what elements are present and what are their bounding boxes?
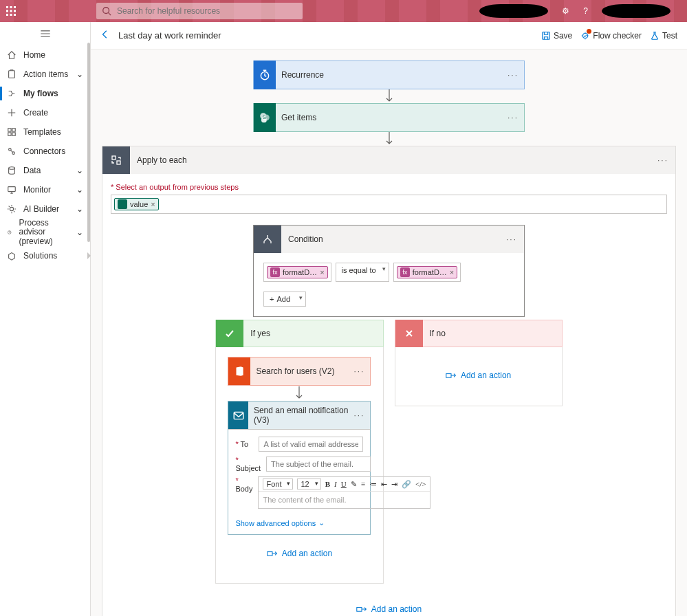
- italic-button[interactable]: I: [334, 480, 337, 488]
- condition-left-value[interactable]: fxformatD…×: [263, 263, 331, 282]
- send-email-header[interactable]: Send an email notification (V3) ···: [228, 402, 370, 429]
- step-search-users[interactable]: Search for users (V2) ···: [228, 357, 371, 386]
- flow-checker-button[interactable]: Flow checker: [580, 31, 642, 41]
- indent-button[interactable]: ⇥: [391, 480, 397, 489]
- scrollbar-thumb[interactable]: [87, 43, 90, 242]
- condition-right-value[interactable]: fxformatD…×: [393, 263, 461, 282]
- svg-rect-32: [446, 374, 451, 378]
- add-condition-button[interactable]: Add: [263, 292, 306, 307]
- step-menu-button[interactable]: ···: [353, 410, 364, 420]
- branch-no-header[interactable]: If no: [395, 320, 563, 347]
- svg-rect-12: [12, 129, 15, 131]
- step-menu-button[interactable]: ···: [506, 234, 517, 244]
- nav-label: My flows: [23, 89, 58, 98]
- save-button[interactable]: Save: [541, 31, 572, 41]
- svg-rect-1: [10, 6, 12, 8]
- add-action-button[interactable]: Add an action: [356, 604, 422, 614]
- svg-rect-29: [117, 161, 120, 164]
- font-size-select[interactable]: 12: [297, 478, 320, 490]
- nav-label: Solutions: [23, 251, 57, 261]
- search-input[interactable]: [117, 6, 297, 16]
- nav-ai-builder[interactable]: AI Builder⌄: [0, 199, 90, 219]
- sharepoint-icon: [118, 199, 127, 209]
- apply-to-each-header[interactable]: Apply to each ···: [102, 146, 675, 174]
- branch-label: If no: [423, 329, 446, 338]
- sharepoint-icon: S: [254, 103, 276, 132]
- redacted-region: [602, 4, 670, 18]
- nav-my-flows[interactable]: My flows: [0, 84, 90, 103]
- nav-templates[interactable]: Templates: [0, 122, 90, 142]
- app-launcher-icon[interactable]: [0, 0, 22, 22]
- step-get-items[interactable]: S Get items ···: [253, 103, 525, 132]
- branch-yes-header[interactable]: If yes: [215, 320, 383, 347]
- branch-icon: [254, 226, 281, 253]
- nav-label: Action items: [23, 69, 68, 79]
- email-body-input[interactable]: The content of the email.: [259, 492, 430, 508]
- code-view-button[interactable]: </>: [415, 480, 426, 488]
- back-button[interactable]: [100, 30, 110, 41]
- add-action-button[interactable]: Add an action: [267, 549, 332, 558]
- show-advanced-options[interactable]: Show advanced options ⌄: [235, 518, 363, 527]
- email-to-input[interactable]: [259, 437, 363, 452]
- collapse-sidebar-button[interactable]: [0, 22, 90, 45]
- nav-monitor[interactable]: Monitor⌄: [0, 180, 90, 199]
- alert-dot-icon: [587, 29, 591, 34]
- remove-token-button[interactable]: ×: [151, 200, 155, 208]
- number-list-button[interactable]: ≔: [369, 480, 377, 489]
- bullet-list-button[interactable]: ≡: [361, 480, 365, 488]
- page-title: Last day at work reminder: [118, 30, 221, 41]
- step-menu-button[interactable]: ···: [657, 155, 668, 165]
- condition-header[interactable]: Condition ···: [254, 226, 524, 253]
- condition-operator-select[interactable]: is equal to: [336, 263, 389, 282]
- color-button[interactable]: ✎: [351, 480, 357, 489]
- redacted-region: [479, 4, 548, 18]
- svg-rect-31: [268, 552, 272, 556]
- expression-token[interactable]: fxformatD…×: [397, 266, 458, 278]
- settings-icon[interactable]: ⚙: [562, 6, 569, 16]
- expression-token[interactable]: fxformatD…×: [267, 266, 328, 278]
- test-button[interactable]: Test: [650, 31, 677, 41]
- nav-create[interactable]: Create: [0, 103, 90, 122]
- link-button[interactable]: 🔗: [402, 480, 411, 489]
- chevron-down-icon: ⌄: [318, 518, 325, 527]
- field-label: To: [241, 440, 249, 448]
- remove-token-button[interactable]: ×: [450, 268, 454, 276]
- nav-label: Templates: [23, 127, 61, 137]
- nav-home[interactable]: Home: [0, 45, 90, 65]
- svg-point-22: [583, 33, 588, 38]
- help-icon[interactable]: ?: [583, 6, 588, 16]
- branch-label: If yes: [243, 329, 270, 338]
- email-body-editor: Font 12 B I U ✎ ≡: [258, 476, 430, 509]
- svg-rect-18: [8, 187, 16, 192]
- svg-rect-14: [12, 133, 15, 135]
- nav-connectors[interactable]: Connectors: [0, 142, 90, 161]
- step-menu-button[interactable]: ···: [508, 70, 519, 80]
- dynamic-token[interactable]: value×: [114, 198, 159, 210]
- step-recurrence[interactable]: Recurrence ···: [253, 60, 525, 89]
- nav-action-items[interactable]: Action items⌄: [0, 65, 90, 84]
- svg-rect-2: [14, 6, 16, 8]
- nav-solutions[interactable]: Solutions: [0, 246, 90, 265]
- chevron-down-icon: ⌄: [76, 204, 83, 214]
- outdent-button[interactable]: ⇤: [381, 480, 387, 489]
- nav-data[interactable]: Data⌄: [0, 161, 90, 180]
- step-menu-button[interactable]: ···: [353, 366, 364, 376]
- email-subject-input[interactable]: [266, 456, 371, 472]
- foreach-input[interactable]: value×: [111, 195, 667, 214]
- svg-rect-28: [112, 156, 116, 160]
- search-box[interactable]: [96, 3, 303, 19]
- nav-process-advisor[interactable]: Process advisor (preview)⌄: [0, 219, 90, 246]
- add-action-button[interactable]: Add an action: [446, 371, 511, 380]
- font-select[interactable]: Font: [263, 478, 293, 490]
- chevron-down-icon: ⌄: [76, 185, 83, 195]
- svg-rect-30: [234, 412, 243, 419]
- nav-label: Data: [23, 166, 41, 175]
- underline-button[interactable]: U: [341, 480, 347, 488]
- svg-rect-33: [357, 608, 362, 612]
- svg-rect-5: [14, 10, 16, 12]
- svg-rect-3: [6, 10, 8, 12]
- step-label: Recurrence: [276, 70, 324, 80]
- step-menu-button[interactable]: ···: [508, 113, 519, 122]
- remove-token-button[interactable]: ×: [320, 268, 324, 276]
- bold-button[interactable]: B: [325, 480, 330, 488]
